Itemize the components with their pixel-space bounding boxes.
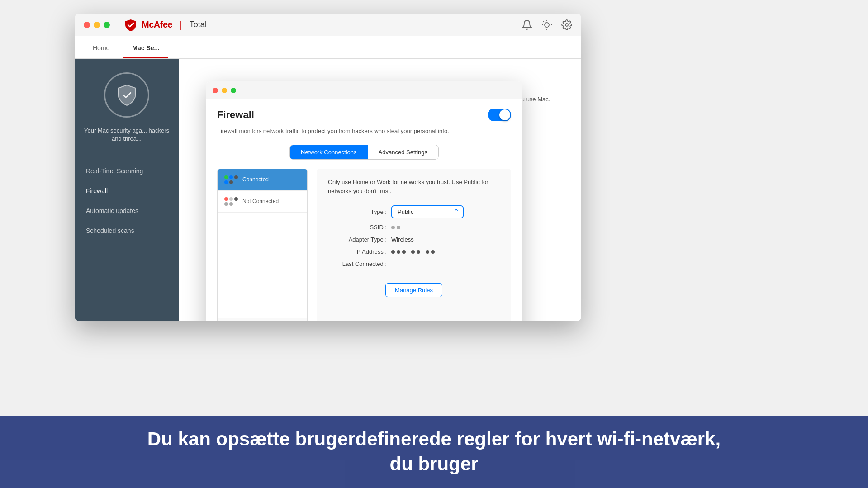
gear-icon[interactable] (561, 19, 572, 30)
type-dropdown[interactable]: Public ⌃ (391, 205, 464, 218)
ssid-label: SSID : (328, 224, 387, 231)
sidebar-item-firewall[interactable]: Firewall (75, 181, 179, 201)
type-field: Type : Public ⌃ (328, 205, 500, 218)
network-details-panel: Only use Home or Work for networks you t… (317, 169, 511, 322)
dialog-minimize-button[interactable] (222, 88, 227, 93)
dot-blue-1 (229, 175, 233, 179)
dot-dark-2 (229, 180, 233, 184)
bell-icon[interactable] (522, 19, 532, 30)
close-window-button[interactable] (84, 22, 90, 28)
network-item-connected[interactable]: Connected (218, 169, 307, 191)
mcafee-shield-icon (123, 19, 138, 31)
ip-dot-3 (402, 250, 406, 254)
dot-dark-3 (234, 197, 238, 201)
adapter-type-value: Wireless (391, 236, 414, 243)
connected-label: Connected (242, 176, 269, 183)
firewall-dialog: Firewall Firewall monitors network traff… (206, 81, 522, 321)
ip-dot-5 (417, 250, 420, 254)
disconnected-network-dots (224, 197, 238, 206)
dropdown-arrow-icon: ⌃ (453, 208, 459, 216)
ip-dot-4 (411, 250, 415, 254)
tab-home[interactable]: Home (84, 39, 119, 58)
caption-line1: Du kan opsætte brugerdefinerede regler f… (147, 428, 721, 450)
dot-dark-1 (234, 175, 238, 179)
title-bar: McAfee | Total (75, 14, 581, 36)
sidebar-menu: Real-Time Scanning Firewall Automatic up… (75, 161, 179, 241)
manage-rules-button[interactable]: Manage Rules (385, 283, 442, 297)
ip-dot-2 (397, 250, 400, 254)
shield-large-icon (114, 83, 139, 108)
sidebar-item-scheduled-scans[interactable]: Scheduled scans (75, 221, 179, 241)
sidebar: Your Mac security aga... hackers and thr… (75, 59, 179, 321)
mcafee-main-window: McAfee | Total Ho (75, 14, 581, 321)
svg-point-7 (565, 24, 568, 26)
network-list: Connected (217, 169, 308, 322)
firewall-toggle[interactable] (488, 109, 511, 121)
dialog-title-bar (206, 81, 522, 99)
manage-rules-container: Manage Rules (328, 274, 500, 297)
caption-bar: Du kan opsætte brugerdefinerede regler f… (0, 416, 868, 488)
type-dropdown-container: Public ⌃ (391, 205, 464, 218)
tab-advanced-settings[interactable]: Advanced Settings (368, 145, 438, 159)
dialog-close-button[interactable] (213, 88, 218, 93)
window-traffic-lights (84, 22, 110, 28)
minimize-window-button[interactable] (94, 22, 100, 28)
ip-address-field: IP Address : (328, 248, 500, 255)
last-connected-field: Last Connected : (328, 261, 500, 267)
ssid-dot-2 (397, 226, 400, 229)
sidebar-item-real-time-scanning[interactable]: Real-Time Scanning (75, 161, 179, 181)
caption-line2: du bruger (389, 453, 478, 474)
last-connected-label: Last Connected : (328, 261, 387, 267)
firewall-description: Firewall monitors network traffic to pro… (217, 127, 511, 136)
maximize-window-button[interactable] (104, 22, 110, 28)
content-area: files as you use Mac. Firewall (179, 59, 581, 321)
svg-point-0 (545, 23, 549, 27)
ip-dot-1 (391, 250, 395, 254)
tab-network-connections[interactable]: Network Connections (290, 145, 368, 159)
firewall-dialog-tabs: Network Connections Advanced Settings (289, 145, 439, 160)
nav-tabs: Home Mac Se... (75, 36, 581, 59)
connected-network-dots (224, 175, 238, 184)
dialog-maximize-button[interactable] (231, 88, 236, 93)
ip-dot-7 (431, 250, 435, 254)
dot-gray-2 (229, 202, 233, 206)
type-dropdown-value: Public (398, 208, 413, 215)
adapter-type-field: Adapter Type : Wireless (328, 236, 500, 243)
disconnected-label: Not Connected (242, 198, 279, 204)
lightbulb-icon[interactable] (541, 19, 552, 30)
main-content: Your Mac security aga... hackers and thr… (75, 59, 581, 321)
network-panel: Connected (217, 169, 511, 322)
dialog-content-area: Firewall Firewall monitors network traff… (206, 99, 522, 321)
ip-dot-6 (426, 250, 429, 254)
type-field-label: Type : (328, 208, 387, 215)
toggle-thumb (499, 109, 510, 120)
mcafee-logo: McAfee | Total (123, 19, 207, 31)
dot-red (224, 197, 228, 201)
dot-blue-2 (224, 180, 228, 184)
dot-gray-1 (224, 202, 228, 206)
adapter-type-label: Adapter Type : (328, 236, 387, 243)
sidebar-item-automatic-updates[interactable]: Automatic updates (75, 201, 179, 221)
security-status-text: Your Mac security aga... hackers and thr… (75, 127, 179, 143)
network-item-disconnected[interactable]: Not Connected (218, 191, 307, 213)
firewall-dialog-title: Firewall (217, 109, 254, 121)
svg-line-4 (550, 28, 550, 28)
network-list-spacer (218, 213, 307, 318)
brand-divider: | (180, 19, 182, 31)
ssid-dot-1 (391, 226, 395, 229)
ip-address-label: IP Address : (328, 248, 387, 255)
dialog-header: Firewall (217, 109, 511, 121)
caption-text: Du kan opsætte brugerdefinerede regler f… (120, 427, 748, 476)
svg-line-3 (543, 21, 544, 22)
header-icons (522, 19, 572, 30)
network-list-controls: + − ✎ (218, 318, 307, 322)
dot-green (224, 175, 228, 179)
ssid-field: SSID : (328, 224, 500, 231)
dot-lightgray-1 (229, 197, 233, 201)
ip-address-dots (391, 250, 435, 254)
tab-mac-security[interactable]: Mac Se... (123, 39, 168, 58)
mcafee-brand-name: McAfee (142, 19, 172, 30)
shield-circle (104, 72, 149, 118)
network-trust-info: Only use Home or Work for networks you t… (328, 178, 500, 197)
product-name: Total (190, 20, 207, 29)
